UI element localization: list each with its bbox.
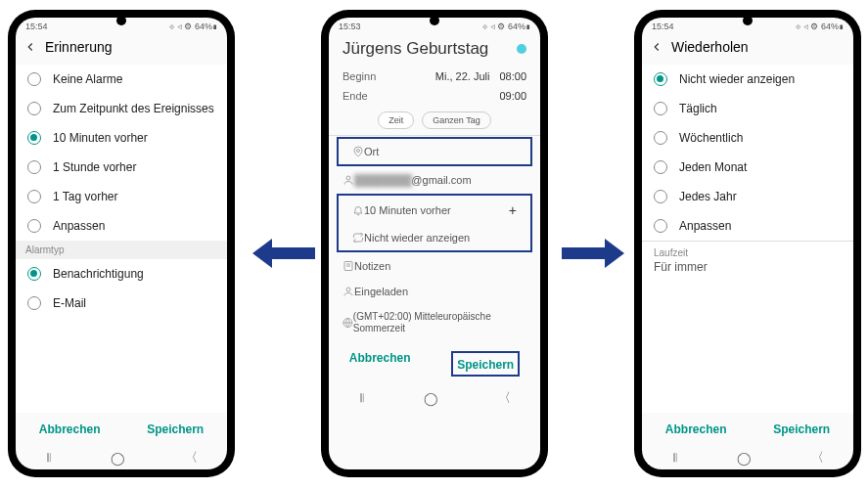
divider [329,135,540,136]
calendar-color-dot[interactable] [517,44,526,54]
repeat-options-list: Nicht wieder anzeigen Täglich Wöchentlic… [642,65,853,413]
option-1day[interactable]: 1 Tag vorher [16,182,227,211]
nav-recents-icon[interactable]: ⦀ [46,450,51,466]
arrow-right-icon [562,239,624,268]
phone-frame-2: 15:53 ⟐ ◁ ⚙ 64%▮ Jürgens Geburtstag Begi… [321,10,548,477]
radio-icon [27,102,41,115]
runtime-label: Laufzeit [654,247,842,258]
notes-label: Notizen [354,260,390,272]
nav-recents-icon[interactable]: ⦀ [359,390,364,406]
end-label: Ende [343,90,489,102]
option-daily[interactable]: Täglich [642,94,853,123]
option-label: Wöchentlich [679,131,743,145]
runtime-value: Für immer [654,260,842,274]
option-10min[interactable]: 10 Minuten vorher [16,123,227,153]
option-label: Keine Alarme [53,72,122,86]
radio-icon-selected [27,267,41,281]
account-row[interactable]: ████████@gmail.com [329,167,540,193]
option-label: Nicht wieder anzeigen [679,72,795,86]
runtime-row[interactable]: Laufzeit Für immer [642,242,853,280]
status-indicators: ⟐ ◁ ⚙ 64%▮ [169,22,217,31]
invited-row[interactable]: Eingeladen [329,279,540,304]
back-icon[interactable] [23,40,37,54]
repeat-icon [352,232,364,244]
option-label: Jeden Monat [679,160,747,174]
save-button[interactable]: Speichern [457,358,514,372]
location-pin-icon [352,146,364,157]
alarm-type-email[interactable]: E-Mail [16,289,227,318]
location-row[interactable]: Ort [339,139,530,164]
nav-home-icon[interactable]: ◯ [737,451,752,466]
option-monthly[interactable]: Jeden Monat [642,153,853,182]
option-yearly[interactable]: Jedes Jahr [642,182,853,211]
begin-row[interactable]: Beginn Mi., 22. Juli 08:00 [329,67,540,86]
begin-label: Beginn [343,70,435,82]
camera-cutout [116,16,126,25]
radio-icon [27,190,41,203]
option-1hour[interactable]: 1 Stunde vorher [16,153,227,182]
back-icon[interactable] [650,40,663,54]
android-navbar: ⦀ ◯ 〈 [329,386,540,410]
timezone-row[interactable]: (GMT+02:00) Mitteleuropäische Sommerzeit [329,304,540,341]
page-title: Erinnerung [45,39,113,55]
event-title-row[interactable]: Jürgens Geburtstag [329,33,540,67]
alarm-type-header: Alarmtyp [16,241,227,259]
nav-back-icon[interactable]: 〈 [185,449,198,467]
account-blurred: ████████ [354,174,411,186]
save-button[interactable]: Speichern [147,422,204,436]
footer-actions: Abbrechen Speichern [642,413,853,446]
alarm-type-notification[interactable]: Benachrichtigung [16,259,227,289]
radio-icon [27,160,41,174]
option-weekly[interactable]: Wöchentlich [642,123,853,153]
person-icon [343,286,354,297]
cancel-button[interactable]: Abbrechen [349,351,411,377]
option-label: Zum Zeitpunkt des Ereignisses [53,102,214,115]
allday-pill[interactable]: Ganzen Tag [422,111,490,129]
nav-back-icon[interactable]: 〈 [498,389,511,407]
end-row[interactable]: Ende 09:00 [329,86,540,106]
svg-point-5 [346,288,350,291]
android-navbar: ⦀ ◯ 〈 [16,446,227,469]
option-custom[interactable]: Anpassen [16,211,227,241]
cancel-button[interactable]: Abbrechen [39,422,101,436]
phone-frame-3: 15:54 ⟐ ◁ ⚙ 64%▮ Wiederholen Nicht wiede… [634,10,861,477]
nav-recents-icon[interactable]: ⦀ [672,450,677,466]
arrow-left-icon [252,239,315,268]
radio-icon-selected [27,131,41,145]
option-at-time[interactable]: Zum Zeitpunkt des Ereignisses [16,94,227,123]
highlight-location: Ort [337,137,532,166]
save-button[interactable]: Speichern [773,422,830,436]
status-time: 15:54 [652,22,674,31]
begin-time: 08:00 [499,70,526,82]
option-custom[interactable]: Anpassen [642,211,853,241]
option-label: Jedes Jahr [679,190,737,203]
cancel-button[interactable]: Abbrechen [665,422,727,436]
option-label: 1 Tag vorher [53,190,118,203]
highlight-reminder-repeat: 10 Minuten vorher + Nicht wieder anzeige… [337,194,532,252]
option-label: E-Mail [53,296,86,310]
footer-actions: Abbrechen Speichern [329,341,540,386]
repeat-row[interactable]: Nicht wieder anzeigen [339,225,530,250]
option-no-alarm[interactable]: Keine Alarme [16,65,227,94]
time-pill[interactable]: Zeit [378,111,414,129]
option-label: Täglich [679,102,717,115]
account-suffix: @gmail.com [411,174,471,186]
nav-back-icon[interactable]: 〈 [811,449,824,467]
screen-wiederholen: 15:54 ⟐ ◁ ⚙ 64%▮ Wiederholen Nicht wiede… [642,18,853,469]
notes-row[interactable]: Notizen [329,253,540,279]
status-indicators: ⟐ ◁ ⚙ 64%▮ [796,22,844,31]
page-title: Wiederholen [671,39,749,55]
nav-home-icon[interactable]: ◯ [424,391,438,406]
radio-icon [654,131,667,145]
begin-date: Mi., 22. Juli [435,70,490,82]
location-label: Ort [364,146,379,157]
nav-home-icon[interactable]: ◯ [111,451,125,466]
option-never[interactable]: Nicht wieder anzeigen [642,65,853,94]
svg-point-0 [357,150,360,153]
end-time: 09:00 [499,90,526,102]
screen-header: Erinnerung [16,33,227,65]
android-navbar: ⦀ ◯ 〈 [642,446,853,469]
add-reminder-icon[interactable]: + [509,202,517,218]
svg-point-1 [346,176,350,180]
reminder-row[interactable]: 10 Minuten vorher + [339,196,530,225]
